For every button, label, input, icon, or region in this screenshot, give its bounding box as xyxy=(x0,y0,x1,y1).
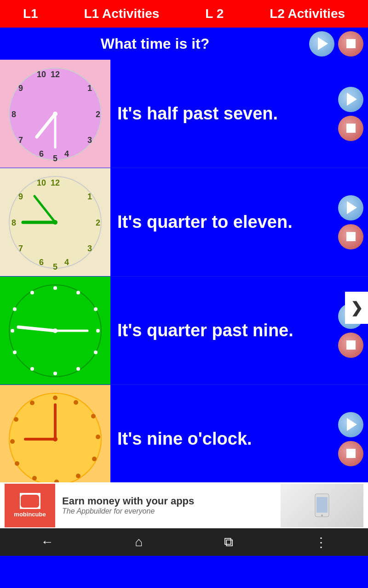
svg-point-55 xyxy=(15,461,19,466)
svg-point-47 xyxy=(53,396,58,400)
header-stop-button[interactable] xyxy=(338,31,363,57)
text-quarter-to-eleven: It's quarter to eleven. xyxy=(110,206,330,238)
svg-point-51 xyxy=(92,457,97,461)
stop-button-4[interactable] xyxy=(338,441,363,466)
svg-text:7: 7 xyxy=(18,244,23,253)
svg-point-56 xyxy=(10,439,15,444)
ad-text-area: Earn money with your apps The Appbuilder… xyxy=(55,495,281,515)
nav-l2[interactable]: L 2 xyxy=(201,6,228,21)
clock-half-past-seven: 12 1 2 3 4 5 6 7 8 9 10 xyxy=(7,66,104,162)
ad-logo: mobincube xyxy=(5,484,55,527)
back-button[interactable]: ← xyxy=(40,535,53,549)
clock-quarter-to-eleven: 12 1 2 3 4 5 6 7 8 9 10 xyxy=(7,174,104,271)
stop-icon-2 xyxy=(346,232,356,241)
phone-illustration xyxy=(304,492,340,519)
ad-banner[interactable]: mobincube Earn money with your apps The … xyxy=(0,482,368,528)
svg-point-37 xyxy=(53,372,57,375)
bottom-nav-bar: ← ⌂ ⧉ ⋮ xyxy=(0,528,368,556)
svg-text:2: 2 xyxy=(96,218,100,227)
svg-point-54 xyxy=(32,476,37,481)
top-nav-bar: L1 L1 Activities L 2 L2 Activities xyxy=(0,0,368,28)
ad-image xyxy=(281,484,363,527)
svg-text:6: 6 xyxy=(39,258,44,267)
clock-cell-3 xyxy=(0,277,110,384)
text-nine-oclock: It's nine o'clock. xyxy=(110,423,330,455)
stop-icon-3 xyxy=(346,340,356,350)
stop-button-2[interactable] xyxy=(338,224,363,249)
play-icon-1 xyxy=(347,93,357,106)
stop-button-1[interactable] xyxy=(338,116,363,141)
svg-point-49 xyxy=(91,414,96,418)
svg-text:1: 1 xyxy=(87,192,92,201)
page-title: What time is it? xyxy=(5,35,305,52)
svg-text:3: 3 xyxy=(87,244,92,253)
ad-subtitle: The Appbuilder for everyone xyxy=(62,507,274,515)
svg-text:12: 12 xyxy=(51,70,60,79)
stop-button-3[interactable] xyxy=(338,333,363,358)
svg-text:3: 3 xyxy=(87,136,92,145)
svg-text:1: 1 xyxy=(87,84,92,93)
recent-apps-button[interactable]: ⧉ xyxy=(224,535,233,550)
svg-point-31 xyxy=(53,286,57,290)
clock-cell-2: 12 1 2 3 4 5 6 7 8 9 10 xyxy=(0,168,110,276)
svg-text:4: 4 xyxy=(64,149,69,158)
svg-text:7: 7 xyxy=(18,136,23,145)
svg-point-38 xyxy=(30,367,34,371)
svg-text:9: 9 xyxy=(18,192,23,201)
home-button[interactable]: ⌂ xyxy=(135,535,143,549)
svg-text:4: 4 xyxy=(64,258,69,267)
svg-point-48 xyxy=(74,400,78,405)
svg-point-34 xyxy=(96,329,100,333)
svg-point-39 xyxy=(13,351,17,354)
ad-title: Earn money with your apps xyxy=(62,495,274,507)
chevron-next-button[interactable]: ❯ xyxy=(345,292,368,324)
play-icon-4 xyxy=(347,418,357,431)
play-button-1[interactable] xyxy=(338,87,363,112)
ad-logo-icon xyxy=(20,493,40,509)
btn-cell-4 xyxy=(330,407,368,471)
svg-point-57 xyxy=(14,417,18,422)
nav-l2-activities[interactable]: L2 Activities xyxy=(265,6,350,21)
svg-text:8: 8 xyxy=(12,218,16,227)
svg-text:5: 5 xyxy=(53,262,58,271)
row-quarter-to-eleven: 12 1 2 3 4 5 6 7 8 9 10 xyxy=(0,168,368,277)
svg-text:6: 6 xyxy=(39,149,44,158)
play-button-4[interactable] xyxy=(338,412,363,437)
stop-icon-4 xyxy=(346,449,356,458)
text-half-past-seven: It's half past seven. xyxy=(110,98,330,130)
svg-point-41 xyxy=(13,307,17,311)
svg-point-14 xyxy=(53,112,58,116)
svg-text:8: 8 xyxy=(12,110,16,119)
svg-text:10: 10 xyxy=(37,70,46,79)
row-half-past-seven: 12 1 2 3 4 5 6 7 8 9 10 xyxy=(0,60,368,168)
row-nine-oclock: It's nine o'clock. xyxy=(0,385,368,482)
svg-point-52 xyxy=(76,474,80,478)
clock-cell-4 xyxy=(0,385,110,482)
speech-bubble-icon xyxy=(21,495,39,508)
content-area: 12 1 2 3 4 5 6 7 8 9 10 xyxy=(0,60,368,556)
svg-point-29 xyxy=(53,220,58,225)
svg-point-40 xyxy=(11,329,14,333)
svg-text:9: 9 xyxy=(18,84,23,93)
ad-brand-label: mobincube xyxy=(14,511,46,518)
header-play-button[interactable] xyxy=(309,31,334,57)
btn-cell-1 xyxy=(330,82,368,146)
svg-text:12: 12 xyxy=(51,178,60,187)
svg-point-35 xyxy=(94,351,98,354)
play-icon-2 xyxy=(347,201,357,214)
text-quarter-past-nine: It's quarter past nine. xyxy=(110,315,330,346)
svg-point-42 xyxy=(30,291,34,294)
stop-icon-1 xyxy=(346,124,356,133)
nav-l1[interactable]: L1 xyxy=(18,6,43,21)
svg-point-58 xyxy=(30,401,34,405)
svg-point-50 xyxy=(96,435,100,439)
svg-point-32 xyxy=(76,291,80,294)
play-button-2[interactable] xyxy=(338,195,363,220)
more-options-button[interactable]: ⋮ xyxy=(315,535,328,550)
svg-rect-63 xyxy=(316,497,328,513)
svg-text:10: 10 xyxy=(37,178,46,187)
svg-point-61 xyxy=(53,437,58,441)
header-row: What time is it? xyxy=(0,28,368,60)
svg-point-33 xyxy=(94,307,98,311)
nav-l1-activities[interactable]: L1 Activities xyxy=(80,6,164,21)
